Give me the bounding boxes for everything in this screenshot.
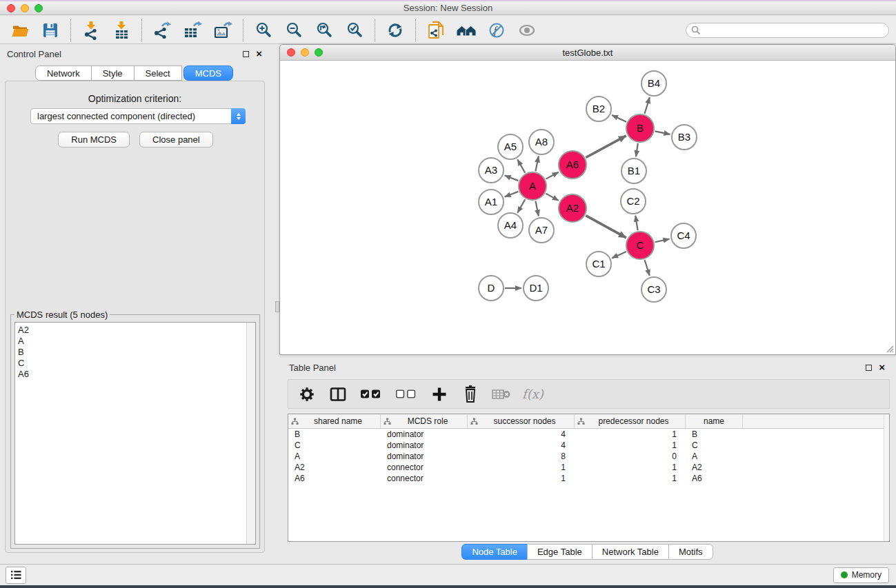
column-header-successor-nodes[interactable]: successor nodes <box>468 414 575 428</box>
node-A[interactable]: A <box>519 172 546 200</box>
mcds-result-item[interactable]: C <box>18 358 255 369</box>
node-B4[interactable]: B4 <box>641 71 666 96</box>
edge-A-A3[interactable] <box>505 176 519 181</box>
node-C[interactable]: C <box>626 232 654 259</box>
edge-A2-C[interactable] <box>586 216 626 238</box>
export-image-icon[interactable] <box>212 20 233 41</box>
tab-network[interactable]: Network <box>35 65 92 81</box>
node-A4[interactable]: A4 <box>498 213 523 238</box>
edge-A-A4[interactable] <box>517 199 525 213</box>
add-row-icon[interactable] <box>429 384 450 405</box>
criterion-select[interactable]: largest connected component (directed) <box>30 108 246 124</box>
column-header-predecessor-nodes[interactable]: predecessor nodes <box>575 414 686 428</box>
panel-divider-handle[interactable] <box>275 301 279 312</box>
node-B1[interactable]: B1 <box>621 159 646 183</box>
mcds-result-list[interactable]: A2ABCA6 <box>14 322 256 545</box>
memory-button[interactable]: Memory <box>833 567 889 583</box>
export-network-icon[interactable] <box>152 20 172 41</box>
edge-C-C2[interactable] <box>635 216 637 231</box>
select-all-icon[interactable] <box>359 384 384 405</box>
column-header-name[interactable]: name <box>686 414 743 428</box>
mcds-result-item[interactable]: A2 <box>18 325 255 336</box>
network-window-titlebar[interactable]: testGlobe.txt <box>280 45 895 61</box>
tab-edge-table[interactable]: Edge Table <box>527 544 593 560</box>
edge-B-B1[interactable] <box>636 143 638 156</box>
close-panel-icon[interactable]: × <box>256 50 262 57</box>
tab-node-table[interactable]: Node Table <box>461 544 528 560</box>
node-B2[interactable]: B2 <box>586 97 611 121</box>
edge-A-A5[interactable] <box>517 159 525 173</box>
edge-C-C1[interactable] <box>612 252 626 258</box>
table-float-panel-icon[interactable] <box>866 365 872 371</box>
tab-network-table[interactable]: Network Table <box>592 544 669 560</box>
column-header-MCDS-role[interactable]: MCDS role <box>381 414 468 428</box>
edge-A-A1[interactable] <box>505 192 519 197</box>
edge-C-C3[interactable] <box>645 260 650 276</box>
close-panel-button[interactable]: Close panel <box>139 132 213 148</box>
node-C3[interactable]: C3 <box>641 277 666 302</box>
zoom-fit-icon[interactable] <box>314 20 335 41</box>
function-builder-icon[interactable]: f(x) <box>522 387 544 401</box>
run-mcds-button[interactable]: Run MCDS <box>58 132 130 148</box>
column-header-shared-name[interactable]: shared name <box>288 414 381 428</box>
export-table-icon[interactable] <box>182 20 203 41</box>
node-A5[interactable]: A5 <box>498 134 523 159</box>
edge-A-A6[interactable] <box>546 172 558 179</box>
mcds-result-item[interactable]: A6 <box>18 369 255 380</box>
edge-B-B3[interactable] <box>655 131 670 134</box>
zoom-selected-icon[interactable] <box>344 20 365 41</box>
show-hide-details-eye-icon[interactable] <box>517 20 537 41</box>
delete-row-icon[interactable] <box>460 384 481 405</box>
tab-motifs[interactable]: Motifs <box>668 544 713 560</box>
node-A3[interactable]: A3 <box>479 158 504 183</box>
node-D1[interactable]: D1 <box>524 276 548 301</box>
tab-select[interactable]: Select <box>134 65 182 81</box>
show-columns-icon[interactable] <box>328 384 348 405</box>
zoom-in-icon[interactable] <box>253 20 274 41</box>
tab-mcds[interactable]: MCDS <box>183 65 233 81</box>
delete-table-icon[interactable] <box>491 384 512 405</box>
edge-A-A7[interactable] <box>535 201 538 216</box>
hide-graphics-details-icon[interactable]: f <box>486 20 507 41</box>
task-history-button[interactable] <box>6 567 26 584</box>
edge-B-B4[interactable] <box>644 97 649 114</box>
node-D[interactable]: D <box>479 276 504 301</box>
node-B[interactable]: B <box>626 114 654 142</box>
mcds-list-scrollbar[interactable] <box>246 323 255 544</box>
network-canvas[interactable]: B4B2BB3B1A5A8A6A3AA1A2C2A4A7C4CC1C3DD1 <box>280 61 895 354</box>
tab-style[interactable]: Style <box>91 65 135 81</box>
deselect-all-icon[interactable] <box>394 384 419 405</box>
edge-C-C4[interactable] <box>655 239 669 243</box>
float-panel-icon[interactable] <box>243 51 249 57</box>
resize-grip-icon[interactable] <box>886 345 894 353</box>
mcds-result-item[interactable]: A <box>18 336 255 347</box>
new-network-from-selection-icon[interactable] <box>426 20 446 41</box>
node-B3[interactable]: B3 <box>672 125 697 150</box>
node-A2[interactable]: A2 <box>559 194 586 222</box>
node-A8[interactable]: A8 <box>529 130 554 154</box>
open-file-icon[interactable] <box>10 20 30 41</box>
mcds-result-item[interactable]: B <box>18 347 255 358</box>
table-close-panel-icon[interactable]: × <box>879 364 885 371</box>
refresh-icon[interactable] <box>385 20 406 41</box>
save-session-icon[interactable] <box>40 20 61 41</box>
edge-A-A8[interactable] <box>535 156 538 172</box>
edge-A-A2[interactable] <box>546 194 559 201</box>
table-row[interactable]: A6connector11A6 <box>288 473 889 484</box>
edge-A6-B[interactable] <box>586 136 626 158</box>
node-A1[interactable]: A1 <box>479 190 504 214</box>
import-table-icon[interactable] <box>111 20 132 41</box>
import-network-icon[interactable] <box>81 20 101 41</box>
node-C1[interactable]: C1 <box>586 252 611 276</box>
table-scrollbar[interactable] <box>884 414 889 541</box>
home-icon[interactable] <box>456 20 477 41</box>
node-C2[interactable]: C2 <box>621 189 646 214</box>
zoom-out-icon[interactable] <box>283 20 304 41</box>
node-A7[interactable]: A7 <box>529 218 554 243</box>
node-C4[interactable]: C4 <box>671 223 696 248</box>
table-row[interactable]: Bdominator41B <box>288 429 889 440</box>
edge-B-B2[interactable] <box>612 115 626 122</box>
search-input[interactable] <box>686 23 889 38</box>
table-row[interactable]: Cdominator41C <box>288 440 889 451</box>
table-row[interactable]: Adominator80A <box>288 451 889 462</box>
